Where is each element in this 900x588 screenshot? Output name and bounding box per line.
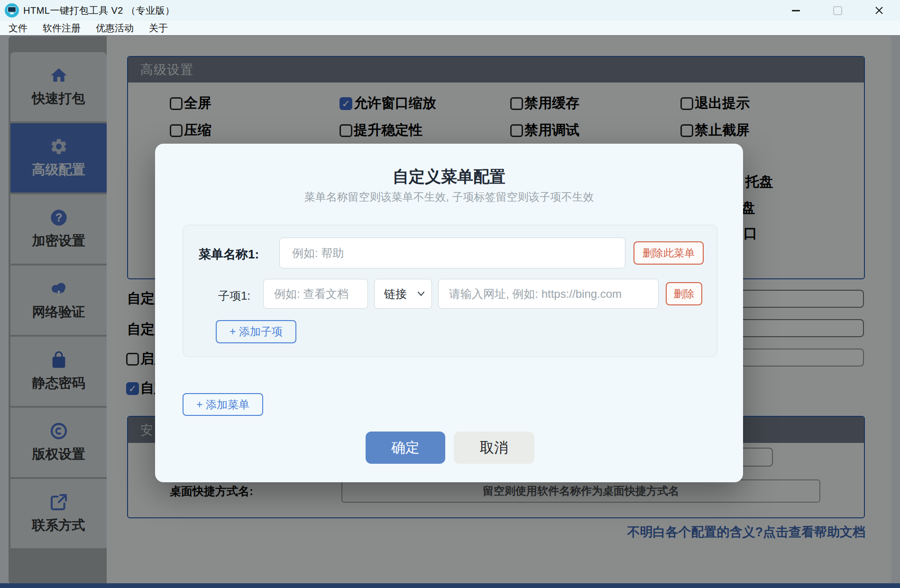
window-title: HTML一键打包工具 V2 （专业版） <box>23 4 175 17</box>
titlebar: HTML一键打包工具 V2 （专业版） <box>0 0 900 21</box>
menu-register[interactable]: 软件注册 <box>35 22 88 35</box>
subitem-name-input[interactable] <box>263 279 368 309</box>
minimize-button[interactable] <box>775 0 817 21</box>
cancel-button[interactable]: 取消 <box>454 432 534 464</box>
chevron-down-icon <box>417 291 425 296</box>
close-icon <box>874 6 884 15</box>
confirm-button[interactable]: 确定 <box>366 432 445 464</box>
close-button[interactable] <box>858 0 900 21</box>
maximize-icon <box>833 6 842 15</box>
subitem-url-input[interactable] <box>438 279 659 309</box>
app-window: HTML一键打包工具 V2 （专业版） 文件 软件注册 优惠活动 关于 快速打包… <box>0 0 900 588</box>
select-value: 链接 <box>384 286 407 302</box>
menu-about[interactable]: 关于 <box>141 22 175 35</box>
subitem-type-select[interactable]: 链接 <box>374 279 432 309</box>
menu-file[interactable]: 文件 <box>1 22 35 35</box>
dialog-title: 自定义菜单配置 <box>155 166 743 188</box>
subitem-label: 子项1: <box>218 288 250 303</box>
delete-subitem-button[interactable]: 删除 <box>666 282 702 305</box>
custom-menu-dialog: 自定义菜单配置 菜单名称留空则该菜单不生效, 子项标签留空则该子项不生效 菜单名… <box>155 144 743 482</box>
menu-name-label: 菜单名称1: <box>199 246 259 263</box>
add-subitem-button[interactable]: + 添加子项 <box>216 320 296 343</box>
app-logo-icon <box>5 3 19 18</box>
menu-name-input[interactable] <box>279 238 625 268</box>
delete-menu-button[interactable]: 删除此菜单 <box>634 241 704 265</box>
menu-promo[interactable]: 优惠活动 <box>88 22 141 35</box>
menubar: 文件 软件注册 优惠活动 关于 <box>0 21 900 35</box>
dialog-subtitle: 菜单名称留空则该菜单不生效, 子项标签留空则该子项不生效 <box>155 190 743 204</box>
minimize-icon <box>792 10 800 11</box>
maximize-button[interactable] <box>817 0 858 21</box>
add-menu-button[interactable]: + 添加菜单 <box>183 393 263 416</box>
